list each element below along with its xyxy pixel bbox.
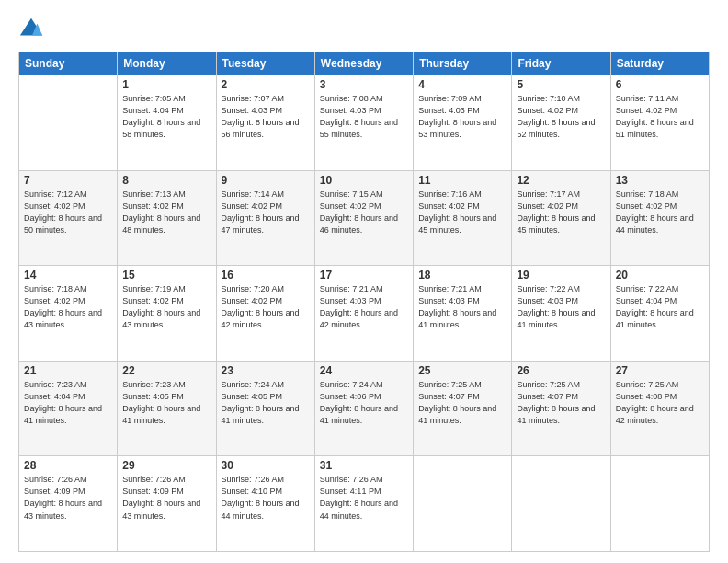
calendar-cell [414,456,512,552]
day-info: Sunrise: 7:16 AMSunset: 4:02 PMDaylight:… [418,189,506,236]
day-info: Sunrise: 7:24 AMSunset: 4:05 PMDaylight:… [222,379,310,427]
calendar-cell: 12Sunrise: 7:17 AMSunset: 4:02 PMDayligh… [512,170,610,266]
calendar: SundayMondayTuesdayWednesdayThursdayFrid… [18,52,710,552]
day-info: Sunrise: 7:23 AMSunset: 4:04 PMDaylight:… [24,379,112,427]
day-info: Sunrise: 7:26 AMSunset: 4:11 PMDaylight:… [320,474,408,522]
day-number: 28 [24,459,112,472]
day-number: 30 [222,459,310,472]
calendar-cell: 9Sunrise: 7:14 AMSunset: 4:02 PMDaylight… [216,170,314,266]
calendar-week-1: 7Sunrise: 7:12 AMSunset: 4:02 PMDaylight… [19,170,710,266]
calendar-cell: 27Sunrise: 7:25 AMSunset: 4:08 PMDayligh… [610,361,709,456]
day-info: Sunrise: 7:15 AMSunset: 4:02 PMDaylight:… [320,189,408,236]
calendar-cell: 31Sunrise: 7:26 AMSunset: 4:11 PMDayligh… [314,456,413,552]
day-number: 25 [418,364,506,377]
calendar-cell: 11Sunrise: 7:16 AMSunset: 4:02 PMDayligh… [414,170,512,266]
calendar-cell: 14Sunrise: 7:18 AMSunset: 4:02 PMDayligh… [19,266,118,362]
calendar-cell: 21Sunrise: 7:23 AMSunset: 4:04 PMDayligh… [19,361,118,456]
calendar-cell: 4Sunrise: 7:09 AMSunset: 4:03 PMDaylight… [414,75,512,171]
calendar-cell: 29Sunrise: 7:26 AMSunset: 4:09 PMDayligh… [118,456,216,552]
day-info: Sunrise: 7:25 AMSunset: 4:07 PMDaylight:… [517,379,605,427]
calendar-cell: 2Sunrise: 7:07 AMSunset: 4:03 PMDaylight… [216,75,314,171]
weekday-header-row: SundayMondayTuesdayWednesdayThursdayFrid… [19,52,710,75]
weekday-header-tuesday: Tuesday [216,52,314,75]
day-info: Sunrise: 7:20 AMSunset: 4:02 PMDaylight:… [222,283,310,331]
day-number: 21 [24,364,112,377]
calendar-cell [512,456,610,552]
day-info: Sunrise: 7:25 AMSunset: 4:08 PMDaylight:… [616,379,704,427]
weekday-header-friday: Friday [512,52,610,75]
day-info: Sunrise: 7:22 AMSunset: 4:03 PMDaylight:… [517,283,605,331]
day-info: Sunrise: 7:18 AMSunset: 4:02 PMDaylight:… [24,283,112,331]
day-info: Sunrise: 7:21 AMSunset: 4:03 PMDaylight:… [320,283,408,331]
day-number: 24 [320,364,408,377]
header [18,17,710,42]
day-info: Sunrise: 7:21 AMSunset: 4:03 PMDaylight:… [418,283,506,331]
day-number: 2 [222,78,310,91]
calendar-cell: 23Sunrise: 7:24 AMSunset: 4:05 PMDayligh… [216,361,314,456]
calendar-cell: 17Sunrise: 7:21 AMSunset: 4:03 PMDayligh… [314,266,413,362]
calendar-cell: 3Sunrise: 7:08 AMSunset: 4:03 PMDaylight… [314,75,413,171]
day-number: 7 [24,174,112,187]
page: SundayMondayTuesdayWednesdayThursdayFrid… [0,0,728,563]
calendar-cell: 20Sunrise: 7:22 AMSunset: 4:04 PMDayligh… [610,266,709,362]
day-number: 5 [517,78,605,91]
day-info: Sunrise: 7:25 AMSunset: 4:07 PMDaylight:… [418,379,506,427]
day-number: 18 [418,269,506,282]
day-info: Sunrise: 7:18 AMSunset: 4:02 PMDaylight:… [616,189,704,236]
day-info: Sunrise: 7:10 AMSunset: 4:02 PMDaylight:… [517,93,605,141]
calendar-cell: 5Sunrise: 7:10 AMSunset: 4:02 PMDaylight… [512,75,610,171]
calendar-cell: 25Sunrise: 7:25 AMSunset: 4:07 PMDayligh… [414,361,512,456]
logo [18,17,48,42]
day-number: 9 [222,174,310,187]
calendar-week-3: 21Sunrise: 7:23 AMSunset: 4:04 PMDayligh… [19,361,710,456]
day-number: 8 [122,174,210,187]
calendar-cell: 16Sunrise: 7:20 AMSunset: 4:02 PMDayligh… [216,266,314,362]
calendar-cell: 22Sunrise: 7:23 AMSunset: 4:05 PMDayligh… [118,361,216,456]
calendar-cell: 1Sunrise: 7:05 AMSunset: 4:04 PMDaylight… [118,75,216,171]
calendar-cell: 6Sunrise: 7:11 AMSunset: 4:02 PMDaylight… [610,75,709,171]
weekday-header-saturday: Saturday [610,52,709,75]
day-info: Sunrise: 7:22 AMSunset: 4:04 PMDaylight:… [616,283,704,331]
day-number: 17 [320,269,408,282]
day-info: Sunrise: 7:13 AMSunset: 4:02 PMDaylight:… [122,189,210,236]
day-info: Sunrise: 7:19 AMSunset: 4:02 PMDaylight:… [122,283,210,331]
day-info: Sunrise: 7:09 AMSunset: 4:03 PMDaylight:… [418,93,506,141]
calendar-cell: 19Sunrise: 7:22 AMSunset: 4:03 PMDayligh… [512,266,610,362]
calendar-cell: 15Sunrise: 7:19 AMSunset: 4:02 PMDayligh… [118,266,216,362]
calendar-cell: 10Sunrise: 7:15 AMSunset: 4:02 PMDayligh… [314,170,413,266]
calendar-cell [610,456,709,552]
day-number: 20 [616,269,704,282]
day-info: Sunrise: 7:11 AMSunset: 4:02 PMDaylight:… [616,93,704,141]
weekday-header-monday: Monday [118,52,216,75]
day-number: 10 [320,174,408,187]
day-number: 29 [122,459,210,472]
weekday-header-wednesday: Wednesday [314,52,413,75]
day-info: Sunrise: 7:17 AMSunset: 4:02 PMDaylight:… [517,189,605,236]
calendar-cell: 28Sunrise: 7:26 AMSunset: 4:09 PMDayligh… [19,456,118,552]
day-number: 26 [517,364,605,377]
calendar-cell: 18Sunrise: 7:21 AMSunset: 4:03 PMDayligh… [414,266,512,362]
day-number: 27 [616,364,704,377]
calendar-week-0: 1Sunrise: 7:05 AMSunset: 4:04 PMDaylight… [19,75,710,171]
day-number: 31 [320,459,408,472]
day-number: 16 [222,269,310,282]
calendar-cell: 13Sunrise: 7:18 AMSunset: 4:02 PMDayligh… [610,170,709,266]
calendar-cell [19,75,118,171]
day-number: 4 [418,78,506,91]
calendar-week-4: 28Sunrise: 7:26 AMSunset: 4:09 PMDayligh… [19,456,710,552]
day-number: 6 [616,78,704,91]
day-number: 15 [122,269,210,282]
day-info: Sunrise: 7:26 AMSunset: 4:09 PMDaylight:… [24,474,112,522]
day-info: Sunrise: 7:26 AMSunset: 4:09 PMDaylight:… [122,474,210,522]
day-number: 14 [24,269,112,282]
day-number: 1 [122,78,210,91]
calendar-cell: 24Sunrise: 7:24 AMSunset: 4:06 PMDayligh… [314,361,413,456]
calendar-week-2: 14Sunrise: 7:18 AMSunset: 4:02 PMDayligh… [19,266,710,362]
day-number: 3 [320,78,408,91]
day-info: Sunrise: 7:24 AMSunset: 4:06 PMDaylight:… [320,379,408,427]
day-info: Sunrise: 7:14 AMSunset: 4:02 PMDaylight:… [222,189,310,236]
day-info: Sunrise: 7:07 AMSunset: 4:03 PMDaylight:… [222,93,310,141]
calendar-cell: 7Sunrise: 7:12 AMSunset: 4:02 PMDaylight… [19,170,118,266]
day-info: Sunrise: 7:08 AMSunset: 4:03 PMDaylight:… [320,93,408,141]
day-info: Sunrise: 7:26 AMSunset: 4:10 PMDaylight:… [222,474,310,522]
